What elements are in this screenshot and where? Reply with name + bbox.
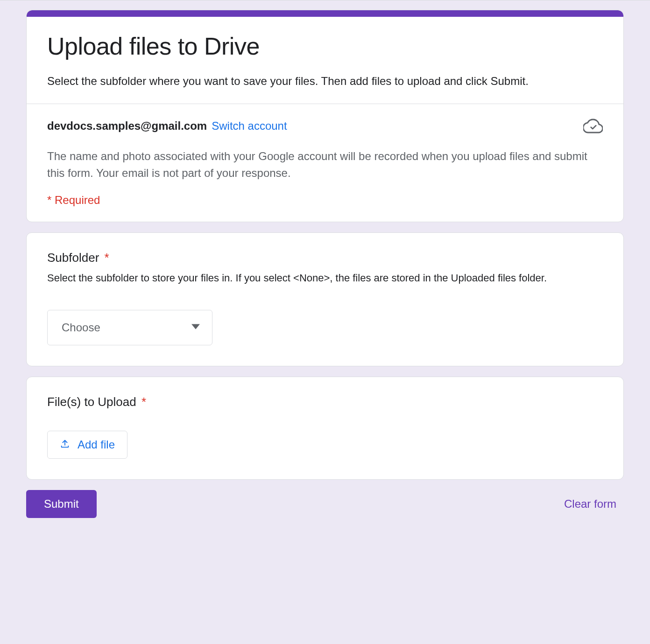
question-title: File(s) to Upload * bbox=[47, 395, 603, 409]
required-legend: * Required bbox=[47, 194, 603, 207]
question-title-text: File(s) to Upload bbox=[47, 395, 136, 409]
upload-icon bbox=[60, 439, 70, 450]
form-wrapper: Upload files to Drive Select the subfold… bbox=[26, 10, 624, 518]
account-section: devdocs.samples@gmail.com Switch account… bbox=[27, 104, 623, 222]
subfolder-dropdown[interactable]: Choose bbox=[47, 310, 212, 345]
account-email: devdocs.samples@gmail.com bbox=[47, 119, 207, 133]
account-row: devdocs.samples@gmail.com Switch account bbox=[47, 116, 603, 136]
header-card: Upload files to Drive Select the subfold… bbox=[26, 10, 624, 222]
header-top: Upload files to Drive Select the subfold… bbox=[27, 17, 623, 104]
account-left: devdocs.samples@gmail.com Switch account bbox=[47, 119, 287, 133]
question-title: Subfolder * bbox=[47, 251, 603, 265]
form-footer: Submit Clear form bbox=[26, 490, 624, 518]
required-star: * bbox=[141, 395, 146, 409]
question-description: Select the subfolder to store your files… bbox=[47, 271, 603, 286]
required-star: * bbox=[105, 251, 109, 265]
question-subfolder: Subfolder * Select the subfolder to stor… bbox=[26, 232, 624, 366]
add-file-button[interactable]: Add file bbox=[47, 431, 127, 459]
caret-down-icon bbox=[191, 322, 200, 333]
cloud-done-icon bbox=[583, 116, 603, 136]
switch-account-link[interactable]: Switch account bbox=[212, 119, 287, 133]
accent-bar bbox=[27, 10, 623, 17]
clear-form-link[interactable]: Clear form bbox=[557, 494, 624, 514]
account-note: The name and photo associated with your … bbox=[47, 148, 603, 182]
question-title-text: Subfolder bbox=[47, 251, 99, 265]
submit-button[interactable]: Submit bbox=[26, 490, 97, 518]
question-files: File(s) to Upload * Add file bbox=[26, 377, 624, 480]
form-description: Select the subfolder where you want to s… bbox=[47, 73, 603, 90]
form-title: Upload files to Drive bbox=[47, 33, 603, 61]
dropdown-placeholder: Choose bbox=[62, 321, 100, 334]
add-file-label: Add file bbox=[78, 438, 115, 451]
